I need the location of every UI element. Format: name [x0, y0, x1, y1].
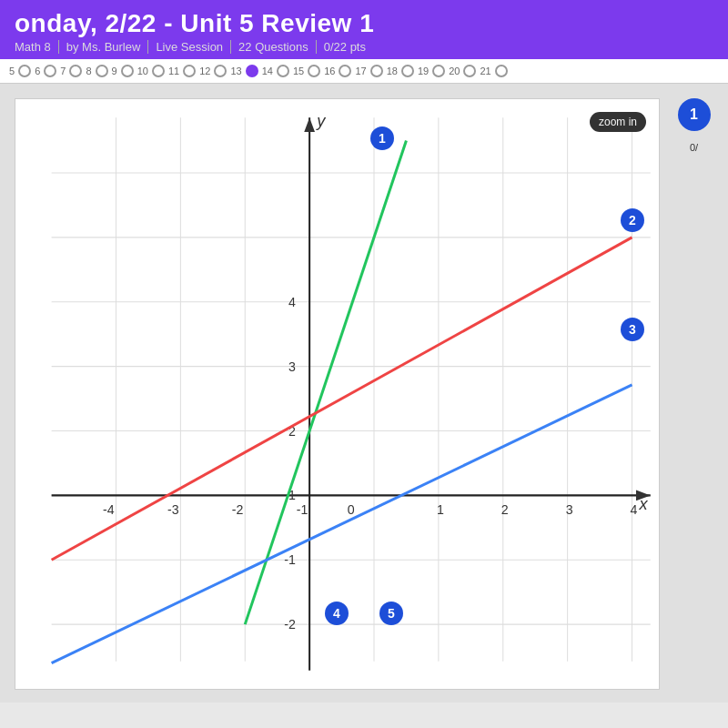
progress-number: 15	[293, 66, 304, 76]
progress-dot[interactable]	[370, 65, 383, 77]
line-badge-3: 3	[621, 318, 644, 341]
page-title: onday, 2/22 - Unit 5 Review 1	[15, 9, 713, 38]
x-axis-label: x	[639, 495, 649, 513]
progress-dot[interactable]	[152, 65, 165, 77]
progress-dot[interactable]	[495, 65, 508, 77]
progress-dot[interactable]	[463, 65, 476, 77]
line-badge-2: 2	[621, 208, 644, 232]
graph-container: zoom in 1 2 3 4 5	[15, 98, 660, 690]
main-content: zoom in 1 2 3 4 5	[0, 84, 728, 703]
progress-dot[interactable]	[401, 65, 414, 77]
svg-text:3: 3	[566, 502, 573, 517]
score-label: 0/22 pts	[324, 40, 373, 54]
progress-dot[interactable]	[432, 65, 445, 77]
svg-text:-2: -2	[232, 502, 244, 517]
progress-number: 14	[262, 66, 273, 76]
line-badge-1: 1	[370, 126, 394, 150]
progress-dot[interactable]	[246, 65, 258, 77]
progress-dot[interactable]	[308, 65, 320, 77]
progress-dot[interactable]	[44, 65, 56, 77]
subject-label: Math 8	[15, 40, 59, 54]
y-axis-label: y	[315, 112, 327, 130]
svg-text:4: 4	[631, 502, 638, 517]
progress-number: 19	[418, 66, 429, 76]
progress-dot[interactable]	[339, 65, 351, 77]
progress-number: 11	[168, 66, 179, 76]
progress-number: 7	[60, 66, 66, 76]
line-badge-4: 4	[325, 602, 349, 625]
progress-dot[interactable]	[18, 65, 31, 77]
line-badge-5: 5	[379, 602, 403, 625]
progress-number: 5	[9, 66, 15, 76]
page-header: onday, 2/22 - Unit 5 Review 1 Math 8 by …	[0, 0, 728, 59]
green-line	[245, 141, 406, 625]
coordinate-graph: x y -4 -3 -2 -1 0 1 2 3 4 3 2 1 -1 -2 4	[15, 99, 659, 689]
svg-text:1: 1	[437, 502, 444, 517]
sidebar-question-badge: 1	[678, 98, 711, 131]
progress-number: 9	[112, 66, 117, 76]
svg-text:-1: -1	[297, 502, 308, 517]
progress-bar: 56789101112131415161718192021	[0, 59, 728, 84]
red-line	[52, 238, 632, 560]
svg-text:-2: -2	[284, 617, 296, 632]
progress-dot[interactable]	[214, 65, 227, 77]
svg-text:2: 2	[501, 502, 509, 517]
page-meta: Math 8 by Ms. Burlew Live Session 22 Que…	[15, 40, 713, 54]
svg-text:-4: -4	[103, 502, 115, 517]
progress-number: 16	[324, 66, 335, 76]
svg-text:3: 3	[288, 359, 296, 374]
sidebar: 1 0/	[660, 84, 728, 703]
svg-text:0: 0	[348, 502, 355, 517]
session-type-label: Live Session	[156, 40, 231, 54]
progress-number: 13	[230, 66, 241, 76]
progress-number: 20	[449, 66, 460, 76]
progress-number: 18	[387, 66, 398, 76]
progress-number: 12	[199, 66, 210, 76]
dot-row: 56789101112131415161718192021	[9, 65, 508, 77]
svg-text:-3: -3	[167, 502, 179, 517]
questions-count-label: 22 Questions	[238, 40, 317, 54]
progress-dot[interactable]	[69, 65, 82, 77]
svg-text:-1: -1	[284, 552, 296, 567]
progress-number: 6	[35, 66, 40, 76]
zoom-in-button[interactable]: zoom in	[590, 112, 646, 132]
teacher-label: by Ms. Burlew	[66, 40, 149, 54]
progress-dot[interactable]	[96, 65, 108, 77]
progress-number: 21	[480, 66, 490, 76]
progress-number: 17	[355, 66, 366, 76]
progress-dot[interactable]	[121, 65, 134, 77]
progress-dot[interactable]	[277, 65, 289, 77]
progress-number: 8	[86, 66, 91, 76]
sidebar-score: 0/	[690, 142, 698, 153]
progress-dot[interactable]	[183, 65, 196, 77]
svg-text:4: 4	[288, 295, 296, 309]
progress-number: 10	[137, 66, 148, 76]
